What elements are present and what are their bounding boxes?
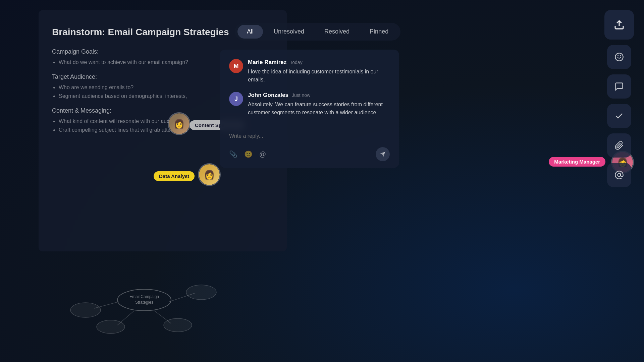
tab-unresolved[interactable]: Unresolved bbox=[264, 25, 314, 39]
comment-text: Absolutely. We can feature success stori… bbox=[248, 101, 390, 117]
svg-point-10 bbox=[164, 318, 192, 332]
tab-pinned[interactable]: Pinned bbox=[360, 25, 398, 39]
comment-button[interactable] bbox=[607, 74, 631, 99]
send-button[interactable] bbox=[376, 147, 390, 161]
svg-line-5 bbox=[117, 311, 134, 325]
filter-tabs: All Unresolved Resolved Pinned bbox=[235, 23, 400, 41]
svg-point-17 bbox=[618, 173, 621, 176]
right-sidebar bbox=[604, 10, 634, 187]
comment-body: John Gonzales Just now Absolutely. We ca… bbox=[248, 92, 390, 117]
attach-icon[interactable]: 📎 bbox=[229, 150, 237, 158]
check-button[interactable] bbox=[607, 104, 631, 128]
tab-resolved[interactable]: Resolved bbox=[315, 25, 359, 39]
comment-author: John Gonzales bbox=[248, 92, 288, 99]
content-specialist-avatar[interactable]: 👩 bbox=[168, 112, 191, 135]
data-analyst-badge: Data Analyst bbox=[154, 171, 195, 181]
comment-item: J John Gonzales Just now Absolutely. We … bbox=[229, 92, 390, 117]
svg-point-7 bbox=[70, 303, 101, 317]
svg-line-3 bbox=[94, 302, 119, 308]
data-analyst-avatar[interactable]: 👩 bbox=[198, 163, 221, 186]
attach-button[interactable] bbox=[607, 133, 631, 158]
comment-header: Marie Ramirez Today bbox=[248, 59, 390, 66]
svg-line-6 bbox=[154, 311, 171, 323]
emoji-button[interactable] bbox=[607, 45, 631, 69]
comment-header: John Gonzales Just now bbox=[248, 92, 390, 99]
emoji-icon[interactable]: 🙂 bbox=[244, 150, 253, 158]
mindmap: Email Campaign Strategies bbox=[67, 268, 221, 335]
comment-item: M Marie Ramirez Today I love the idea of… bbox=[229, 59, 390, 84]
comment-time: Just now bbox=[292, 93, 310, 98]
john-avatar: J bbox=[229, 92, 243, 106]
svg-point-0 bbox=[117, 289, 171, 311]
marie-avatar: M bbox=[229, 59, 243, 73]
comments-panel: M Marie Ramirez Today I love the idea of… bbox=[220, 50, 399, 168]
reply-toolbar: 📎 🙂 @ bbox=[229, 147, 390, 161]
avatar-image: 👩 bbox=[199, 164, 220, 185]
svg-text:Strategies: Strategies bbox=[135, 300, 153, 305]
comment-body: Marie Ramirez Today I love the idea of i… bbox=[248, 59, 390, 84]
comment-text: I love the idea of including customer te… bbox=[248, 68, 390, 84]
mention-icon[interactable]: @ bbox=[259, 150, 266, 158]
marketing-manager-badge: Marketing Manager bbox=[549, 157, 605, 167]
mention-button[interactable] bbox=[607, 163, 631, 187]
share-button[interactable] bbox=[604, 10, 634, 40]
svg-line-4 bbox=[169, 293, 195, 302]
comment-author: Marie Ramirez bbox=[248, 59, 286, 66]
svg-text:Email Campaign: Email Campaign bbox=[129, 294, 159, 299]
svg-point-14 bbox=[615, 53, 623, 61]
svg-point-8 bbox=[186, 285, 216, 300]
comment-time: Today bbox=[290, 60, 302, 65]
reply-area: 📎 🙂 @ bbox=[229, 125, 390, 161]
tab-all[interactable]: All bbox=[237, 25, 263, 39]
svg-point-9 bbox=[97, 320, 125, 334]
reply-input[interactable] bbox=[229, 130, 390, 142]
svg-marker-12 bbox=[380, 152, 385, 157]
avatar-image: 👩 bbox=[169, 113, 190, 134]
